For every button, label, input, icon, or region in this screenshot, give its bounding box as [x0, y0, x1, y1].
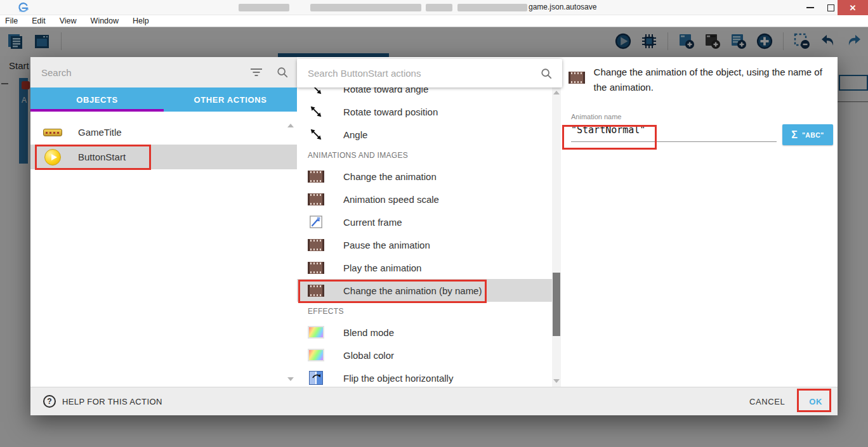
app-window: game.json.autosave ✕ File Edit View Wind…	[0, 0, 868, 447]
action-row[interactable]: Play the animation	[297, 256, 552, 279]
actions-section-header: ANIMATIONS AND IMAGES	[297, 146, 552, 165]
action-detail-panel: Change the animation of the object, usin…	[562, 57, 838, 387]
action-description: Change the animation of the object, usin…	[594, 65, 831, 96]
action-editor-dialog: OBJECTS OTHER ACTIONS GameTitle ButtonSt…	[30, 57, 838, 415]
game-title-thumbnail-icon	[43, 129, 62, 136]
search-icon[interactable]	[277, 67, 288, 78]
object-row-gametitle[interactable]: GameTitle	[30, 120, 297, 145]
restore-icon	[827, 4, 834, 11]
action-row-selected[interactable]: Change the animation (by name)	[297, 279, 552, 302]
action-row[interactable]: Current frame	[297, 211, 552, 233]
action-row[interactable]: Change the animation	[297, 165, 552, 188]
sigma-icon: Σ	[791, 129, 798, 141]
expression-editor-button[interactable]: Σ "ABC"	[782, 124, 833, 145]
color-gradient-icon	[308, 326, 324, 339]
scroll-down-icon[interactable]	[553, 379, 560, 383]
help-button[interactable]: ? HELP FOR THIS ACTION	[43, 395, 162, 408]
object-row-buttonstart[interactable]: ButtonStart	[30, 145, 297, 169]
object-name: GameTitle	[78, 127, 122, 138]
close-button[interactable]: ✕	[838, 0, 868, 15]
window-title: game.json.autosave	[529, 3, 596, 11]
action-row[interactable]: Animation speed scale	[297, 188, 552, 211]
help-icon: ?	[43, 395, 56, 408]
film-strip-icon	[308, 239, 324, 251]
actions-scrollbar[interactable]	[552, 87, 561, 387]
title-redacted-block	[239, 4, 289, 11]
current-frame-icon	[308, 215, 324, 229]
menu-view[interactable]: View	[53, 15, 84, 27]
search-icon[interactable]	[541, 68, 552, 79]
object-selector-panel: OBJECTS OTHER ACTIONS GameTitle ButtonSt…	[30, 57, 297, 387]
ok-button[interactable]: OK	[809, 397, 822, 406]
tab-objects[interactable]: OBJECTS	[30, 87, 164, 112]
scroll-down-icon[interactable]	[287, 377, 294, 381]
scrollbar-thumb[interactable]	[553, 273, 560, 336]
title-bar: game.json.autosave ✕	[0, 0, 868, 15]
action-row[interactable]: Rotate toward position	[297, 100, 552, 123]
actions-list: Rotate toward angle Rotate toward positi…	[297, 87, 552, 387]
minimize-button[interactable]	[799, 0, 821, 15]
menu-window[interactable]: Window	[84, 15, 126, 27]
scroll-up-icon[interactable]	[287, 124, 294, 127]
menu-file[interactable]: File	[0, 15, 25, 27]
menu-edit[interactable]: Edit	[25, 15, 53, 27]
action-row[interactable]: Global color	[297, 344, 552, 366]
gdevelop-logo-icon	[18, 2, 29, 13]
actions-search-card	[297, 59, 562, 87]
scroll-up-icon[interactable]	[553, 91, 560, 94]
action-row[interactable]: Rotate toward angle	[297, 87, 552, 100]
object-list: GameTitle ButtonStart	[30, 112, 297, 387]
film-strip-icon	[308, 171, 324, 183]
film-strip-icon	[308, 262, 324, 274]
title-redacted-block	[426, 4, 452, 11]
title-redacted-block	[457, 4, 527, 11]
color-gradient-icon	[308, 349, 324, 361]
tab-other-actions[interactable]: OTHER ACTIONS	[164, 87, 297, 112]
actions-search-input[interactable]	[297, 68, 541, 79]
param-label: Animation name	[571, 113, 622, 120]
cancel-button[interactable]: CANCEL	[749, 397, 785, 406]
object-tabs: OBJECTS OTHER ACTIONS	[30, 87, 297, 112]
action-row[interactable]: Flip the object horizontally	[297, 366, 552, 387]
flip-horizontal-icon	[309, 371, 323, 385]
title-redacted-block	[310, 4, 421, 11]
filter-icon[interactable]	[250, 68, 263, 77]
rotate-arrow-icon	[308, 127, 324, 141]
object-search-bar	[30, 57, 297, 87]
film-strip-icon	[308, 193, 324, 205]
film-strip-icon	[308, 285, 324, 297]
menu-bar: File Edit View Window Help	[0, 15, 868, 27]
object-name: ButtonStart	[78, 152, 126, 162]
play-button-thumbnail-icon	[44, 149, 61, 165]
action-row[interactable]: Blend mode	[297, 321, 552, 344]
animation-name-input[interactable]	[571, 120, 777, 142]
rotate-arrow-icon	[308, 105, 324, 119]
rotate-arrow-icon	[308, 87, 324, 96]
object-search-input[interactable]	[30, 67, 250, 78]
action-row[interactable]: Angle	[297, 123, 552, 146]
action-row[interactable]: Pause the animation	[297, 233, 552, 256]
dialog-footer: ? HELP FOR THIS ACTION CANCEL OK	[30, 387, 838, 415]
menu-help[interactable]: Help	[126, 15, 156, 27]
actions-section-header: EFFECTS	[297, 302, 552, 321]
film-strip-icon	[569, 72, 585, 84]
